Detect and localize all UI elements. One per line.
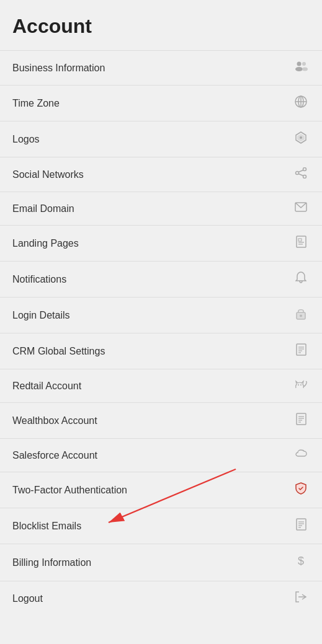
billing-information-label: Billing Information	[12, 557, 91, 568]
svg-point-2	[302, 62, 306, 66]
logos-icon	[292, 131, 310, 147]
redtail-account-label: Redtail Account	[12, 381, 81, 392]
redtail-icon	[292, 379, 310, 392]
email-domain-label: Email Domain	[12, 203, 74, 214]
logout-label: Logout	[12, 593, 43, 604]
svg-point-3	[302, 68, 308, 71]
svg-point-10	[303, 175, 306, 179]
salesforce-account-label: Salesforce Account	[12, 450, 97, 461]
svg-rect-16	[298, 239, 302, 241]
account-settings-page: Account Business Information Time Zone	[0, 0, 322, 628]
menu-item-redtail-account[interactable]: Redtail Account	[0, 369, 322, 402]
2fa-icon	[292, 482, 310, 498]
email-icon	[292, 202, 310, 215]
svg-point-0	[297, 62, 302, 66]
notifications-icon	[292, 271, 310, 287]
social-networks-label: Social Networks	[12, 169, 84, 180]
menu-item-salesforce-account[interactable]: Salesforce Account	[0, 438, 322, 472]
two-factor-auth-label: Two-Factor Authentication	[12, 485, 127, 496]
menu-item-notifications[interactable]: Notifications	[0, 261, 322, 297]
svg-point-20	[300, 315, 302, 317]
svg-point-26	[298, 384, 299, 386]
svg-line-13	[299, 174, 303, 176]
menu-item-blocklist-emails[interactable]: Blocklist Emails	[0, 508, 322, 544]
svg-line-12	[299, 170, 303, 172]
menu-item-time-zone[interactable]: Time Zone	[0, 85, 322, 121]
crm-icon	[292, 343, 310, 359]
blocklist-emails-label: Blocklist Emails	[12, 521, 81, 532]
svg-point-9	[303, 168, 306, 171]
landing-pages-label: Landing Pages	[12, 238, 79, 249]
logos-label: Logos	[12, 134, 40, 145]
blocklist-icon	[292, 518, 310, 534]
landing-pages-icon	[292, 236, 310, 251]
page-title: Account	[0, 15, 322, 50]
menu-item-social-networks[interactable]: Social Networks	[0, 157, 322, 192]
login-details-label: Login Details	[12, 310, 70, 321]
business-icon	[292, 61, 310, 75]
wealthbox-account-label: Wealthbox Account	[12, 415, 97, 426]
menu-item-billing-information[interactable]: Billing Information $	[0, 544, 322, 581]
svg-rect-21	[297, 344, 306, 355]
logout-icon	[292, 591, 310, 606]
business-information-label: Business Information	[12, 63, 105, 74]
menu-item-landing-pages[interactable]: Landing Pages	[0, 225, 322, 261]
settings-menu: Business Information Time Zone	[0, 50, 322, 615]
menu-item-logos[interactable]: Logos	[0, 121, 322, 157]
svg-text:$: $	[298, 555, 304, 567]
svg-rect-28	[297, 413, 306, 425]
menu-wrapper: Business Information Time Zone	[0, 50, 322, 615]
time-zone-label: Time Zone	[12, 98, 60, 109]
menu-item-wealthbox-account[interactable]: Wealthbox Account	[0, 402, 322, 438]
svg-rect-15	[297, 236, 306, 247]
salesforce-icon	[292, 449, 310, 462]
notifications-label: Notifications	[12, 274, 66, 285]
menu-item-logout[interactable]: Logout	[0, 581, 322, 615]
menu-item-email-domain[interactable]: Email Domain	[0, 192, 322, 225]
menu-item-crm-global-settings[interactable]: CRM Global Settings	[0, 333, 322, 369]
billing-icon: $	[292, 554, 310, 571]
menu-item-two-factor-authentication[interactable]: Two-Factor Authentication	[0, 472, 322, 508]
svg-point-8	[300, 136, 302, 139]
svg-point-1	[295, 67, 303, 71]
social-icon	[292, 167, 310, 182]
crm-global-settings-label: CRM Global Settings	[12, 346, 105, 357]
svg-point-11	[296, 172, 299, 175]
timezone-icon	[292, 95, 310, 111]
menu-item-login-details[interactable]: Login Details	[0, 297, 322, 333]
svg-rect-33	[297, 519, 306, 530]
login-icon	[292, 307, 310, 323]
wealthbox-icon	[292, 413, 310, 428]
menu-item-business-information[interactable]: Business Information	[0, 50, 322, 85]
svg-point-27	[300, 384, 302, 386]
